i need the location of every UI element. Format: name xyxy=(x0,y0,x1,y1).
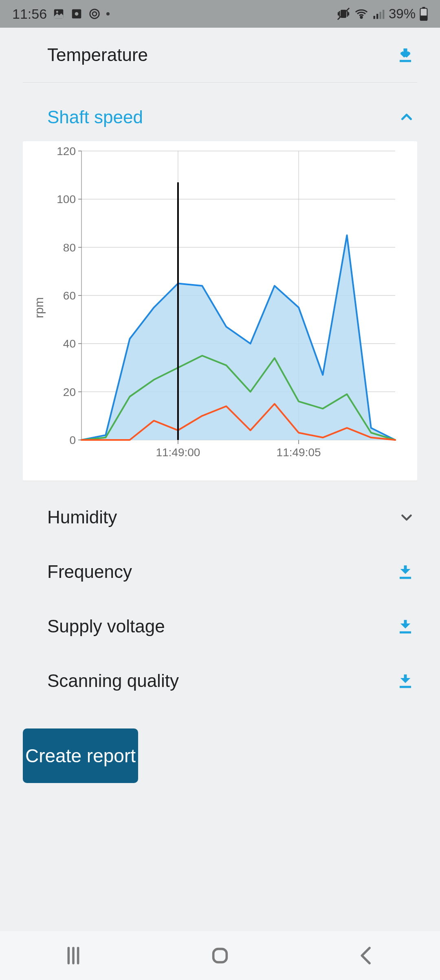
svg-text:0: 0 xyxy=(69,434,76,446)
svg-rect-15 xyxy=(400,60,411,62)
svg-text:60: 60 xyxy=(63,289,76,302)
section-frequency[interactable]: Frequency xyxy=(0,545,440,599)
shaft-speed-chart-card: rpm 02040608010012011:49:0011:49:05 xyxy=(23,141,417,481)
svg-rect-9 xyxy=(376,14,378,19)
svg-text:80: 80 xyxy=(63,241,76,254)
supply-voltage-title: Supply voltage xyxy=(47,616,165,637)
chart-wrap[interactable]: rpm 02040608010012011:49:0011:49:05 xyxy=(33,147,407,468)
download-icon[interactable] xyxy=(397,563,414,580)
section-temperature[interactable]: Temperature xyxy=(0,28,440,82)
chart-svg[interactable]: 02040608010012011:49:0011:49:05 xyxy=(33,147,407,468)
svg-text:100: 100 xyxy=(57,193,76,206)
svg-text:40: 40 xyxy=(63,337,76,350)
svg-rect-50 xyxy=(400,686,411,688)
shaft-speed-title: Shaft speed xyxy=(47,107,143,127)
frequency-title: Frequency xyxy=(47,562,132,582)
more-dot-icon xyxy=(106,12,110,15)
download-icon[interactable] xyxy=(397,618,414,635)
svg-text:11:49:05: 11:49:05 xyxy=(277,446,321,459)
svg-rect-47 xyxy=(404,620,407,626)
chart-ylabel: rpm xyxy=(32,297,46,318)
svg-rect-11 xyxy=(383,10,384,19)
svg-point-4 xyxy=(90,9,99,19)
page-content: Temperature Shaft speed rpm 020406080100… xyxy=(0,28,440,783)
home-button[interactable] xyxy=(209,944,231,967)
section-supply-voltage[interactable]: Supply voltage xyxy=(0,599,440,654)
svg-rect-54 xyxy=(213,949,227,962)
svg-text:11:49:00: 11:49:00 xyxy=(156,446,200,459)
chevron-up-icon[interactable] xyxy=(399,110,414,125)
android-nav-bar xyxy=(0,931,440,980)
temperature-title: Temperature xyxy=(47,45,148,65)
vibrate-icon xyxy=(337,7,350,21)
back-button[interactable] xyxy=(355,944,378,967)
gallery-icon xyxy=(53,8,65,20)
battery-icon xyxy=(420,7,428,21)
svg-rect-13 xyxy=(422,7,425,9)
create-report-button[interactable]: Create report xyxy=(23,728,138,783)
svg-rect-49 xyxy=(404,674,407,680)
svg-rect-46 xyxy=(400,577,411,579)
section-humidity[interactable]: Humidity xyxy=(0,481,440,545)
svg-rect-10 xyxy=(379,12,381,19)
svg-text:20: 20 xyxy=(63,386,76,398)
svg-rect-8 xyxy=(373,16,375,19)
battery-percent: 39% xyxy=(389,6,416,22)
chevron-down-icon[interactable] xyxy=(399,510,414,525)
recent-apps-button[interactable] xyxy=(62,944,85,967)
svg-point-1 xyxy=(56,11,58,13)
svg-rect-48 xyxy=(400,631,411,633)
svg-text:120: 120 xyxy=(57,147,76,158)
humidity-title: Humidity xyxy=(47,507,117,527)
scanning-quality-title: Scanning quality xyxy=(47,671,179,691)
svg-point-7 xyxy=(361,16,362,18)
download-icon[interactable] xyxy=(397,46,414,63)
create-report-label: Create report xyxy=(25,745,136,767)
status-left: 11:56 xyxy=(12,6,110,22)
section-shaft-speed[interactable]: Shaft speed xyxy=(0,83,440,141)
sync-icon xyxy=(88,8,101,20)
signal-icon xyxy=(372,8,385,20)
svg-point-3 xyxy=(75,12,79,16)
svg-rect-45 xyxy=(404,565,407,571)
download-icon[interactable] xyxy=(397,672,414,689)
app-icon xyxy=(70,8,83,20)
svg-rect-14 xyxy=(420,15,427,20)
wifi-icon xyxy=(354,7,368,21)
status-bar: 11:56 39% xyxy=(0,0,440,28)
status-time: 11:56 xyxy=(12,6,47,22)
status-right: 39% xyxy=(337,6,428,22)
section-scanning-quality[interactable]: Scanning quality xyxy=(0,654,440,708)
